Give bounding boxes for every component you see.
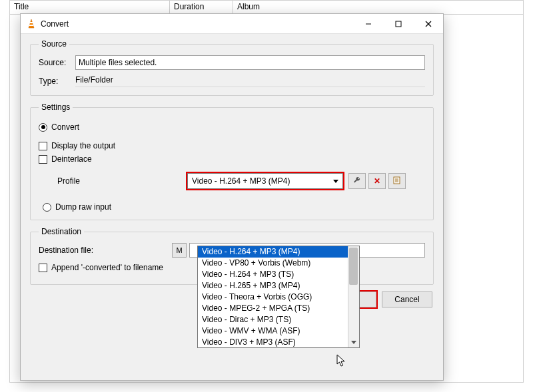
settings-legend: Settings: [39, 102, 73, 112]
destination-legend: Destination: [39, 227, 84, 236]
display-output-label: Display the output: [51, 141, 115, 150]
cancel-button[interactable]: Cancel: [382, 292, 432, 307]
profile-option[interactable]: Video - H.264 + MP3 (TS): [198, 269, 348, 280]
convert-dialog: Convert Source Source: Type: File/Folder…: [20, 13, 444, 381]
source-input[interactable]: [75, 55, 425, 70]
profile-option[interactable]: Video - WMV + WMA (ASF): [198, 325, 348, 337]
vlc-icon: [26, 19, 37, 29]
delete-icon: ✕: [374, 176, 380, 186]
source-label: Source:: [39, 58, 75, 67]
profile-option[interactable]: Video - Theora + Vorbis (OGG): [198, 292, 348, 303]
profile-label: Profile: [57, 176, 187, 186]
svg-rect-2: [29, 25, 33, 26]
append-converted-checkbox[interactable]: [39, 264, 47, 272]
browse-icon: M: [176, 246, 182, 254]
source-group: Source Source: Type: File/Folder: [30, 39, 434, 96]
profile-option[interactable]: Video - VP80 + Vorbis (Webm): [198, 258, 348, 269]
profile-option[interactable]: Video - H.265 + MP3 (MP4): [198, 280, 348, 292]
convert-radio-label: Convert: [51, 122, 79, 132]
delete-profile-button[interactable]: ✕: [368, 173, 386, 189]
chevron-down-icon: [333, 180, 338, 183]
dialog-title: Convert: [41, 19, 69, 29]
edit-profile-button[interactable]: [348, 173, 366, 189]
source-legend: Source: [39, 39, 69, 49]
profile-selected-value: Video - H.264 + MP3 (MP4): [192, 176, 290, 186]
type-value: File/Folder: [75, 75, 425, 87]
profile-select[interactable]: Video - H.264 + MP3 (MP4): [187, 173, 343, 189]
svg-rect-4: [396, 21, 401, 27]
col-album[interactable]: Album: [233, 1, 523, 14]
new-profile-icon: [392, 176, 402, 187]
settings-group: Settings Convert Display the output Dein…: [30, 102, 434, 220]
browse-button[interactable]: M: [172, 243, 187, 258]
titlebar[interactable]: Convert: [21, 14, 443, 34]
deinterlace-checkbox[interactable]: [39, 155, 47, 164]
playlist-header: Title Duration Album: [9, 0, 524, 15]
profile-option[interactable]: Video - Dirac + MP3 (TS): [198, 314, 348, 325]
minimize-button[interactable]: [353, 14, 383, 34]
profile-dropdown[interactable]: Video - H.264 + MP3 (MP4) Video - VP80 +…: [197, 246, 360, 348]
display-output-checkbox[interactable]: [39, 142, 47, 150]
dialog-client: Source Source: Type: File/Folder Setting…: [21, 34, 443, 380]
append-converted-label: Append '-converted' to filename: [51, 263, 163, 272]
convert-radio[interactable]: [39, 123, 47, 132]
profile-option[interactable]: Video - DIV3 + MP3 (ASF): [198, 337, 348, 347]
type-label: Type:: [39, 77, 75, 86]
dump-raw-radio[interactable]: [43, 203, 51, 212]
scroll-down-icon[interactable]: [348, 337, 359, 347]
dump-raw-label: Dump raw input: [55, 202, 111, 212]
new-profile-button[interactable]: [388, 173, 406, 189]
svg-marker-0: [29, 19, 34, 28]
close-button[interactable]: [413, 14, 443, 34]
col-duration[interactable]: Duration: [170, 1, 233, 14]
svg-rect-1: [30, 22, 33, 23]
dropdown-scrollbar[interactable]: [348, 246, 359, 347]
profile-option[interactable]: Video - H.264 + MP3 (MP4): [198, 246, 348, 258]
wrench-icon: [352, 176, 362, 187]
deinterlace-label: Deinterlace: [51, 154, 92, 164]
maximize-button[interactable]: [383, 14, 413, 34]
profile-option[interactable]: Video - MPEG-2 + MPGA (TS): [198, 303, 348, 314]
destination-file-label: Destination file:: [39, 246, 172, 255]
cancel-button-label: Cancel: [394, 295, 419, 304]
col-title[interactable]: Title: [10, 1, 170, 14]
scrollbar-thumb[interactable]: [349, 248, 358, 285]
